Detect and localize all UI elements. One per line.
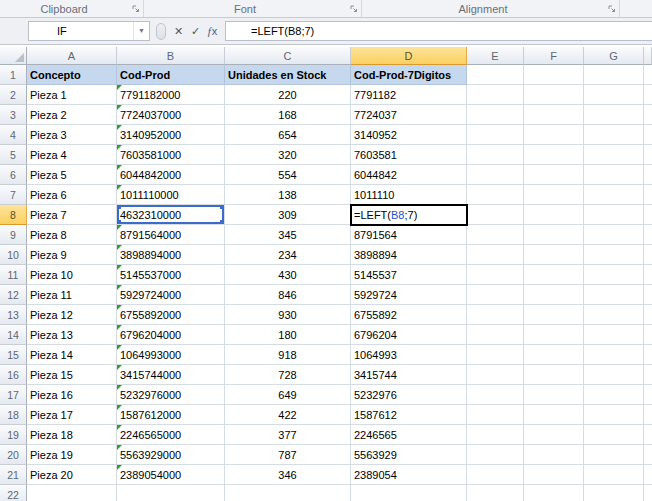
cell-A1[interactable]: Concepto: [27, 65, 117, 85]
cell-A12[interactable]: Pieza 11: [27, 285, 117, 305]
cell-A6[interactable]: Pieza 5: [27, 165, 117, 185]
cell-E5[interactable]: [467, 145, 524, 165]
row-header-2[interactable]: 2: [0, 85, 27, 105]
cell-E2[interactable]: [467, 85, 524, 105]
cell-G11[interactable]: [584, 265, 644, 285]
cell-B20[interactable]: 5563929000: [117, 445, 225, 465]
cell-G19[interactable]: [584, 425, 644, 445]
cell-G14[interactable]: [584, 325, 644, 345]
cell-B8[interactable]: 4632310000: [117, 205, 225, 225]
cell-F9[interactable]: [524, 225, 584, 245]
cell-D8[interactable]: =LEFT(B8;7): [351, 205, 467, 225]
cell-G1[interactable]: [584, 65, 644, 85]
cell-A17[interactable]: Pieza 16: [27, 385, 117, 405]
cell-D6[interactable]: 6044842: [351, 165, 467, 185]
cell-E11[interactable]: [467, 265, 524, 285]
cell-B2[interactable]: 7791182000: [117, 85, 225, 105]
reference-handle[interactable]: [118, 206, 121, 209]
cell-F18[interactable]: [524, 405, 584, 425]
cell-C3[interactable]: 168: [225, 105, 351, 125]
reference-handle[interactable]: [118, 220, 121, 223]
cell-D14[interactable]: 6796204: [351, 325, 467, 345]
cell-G21[interactable]: [584, 465, 644, 485]
cell-D4[interactable]: 3140952: [351, 125, 467, 145]
row-header-22[interactable]: 22: [0, 485, 27, 501]
cell-F7[interactable]: [524, 185, 584, 205]
cell-E22[interactable]: [467, 485, 524, 501]
cell-F4[interactable]: [524, 125, 584, 145]
column-header-G[interactable]: G: [584, 47, 644, 65]
cell-C12[interactable]: 846: [225, 285, 351, 305]
cell-E4[interactable]: [467, 125, 524, 145]
row-header-17[interactable]: 17: [0, 385, 27, 405]
cell-C19[interactable]: 377: [225, 425, 351, 445]
cell-E12[interactable]: [467, 285, 524, 305]
row-header-1[interactable]: 1: [0, 65, 27, 85]
cell-C6[interactable]: 554: [225, 165, 351, 185]
cell-E15[interactable]: [467, 345, 524, 365]
cell-C2[interactable]: 220: [225, 85, 351, 105]
cell-F20[interactable]: [524, 445, 584, 465]
cell-A5[interactable]: Pieza 4: [27, 145, 117, 165]
cell-C9[interactable]: 345: [225, 225, 351, 245]
cell-G18[interactable]: [584, 405, 644, 425]
cell-F5[interactable]: [524, 145, 584, 165]
cell-E14[interactable]: [467, 325, 524, 345]
cell-B11[interactable]: 5145537000: [117, 265, 225, 285]
cell-B19[interactable]: 2246565000: [117, 425, 225, 445]
select-all-corner[interactable]: [0, 47, 27, 65]
cell-E19[interactable]: [467, 425, 524, 445]
cell-B9[interactable]: 8791564000: [117, 225, 225, 245]
cell-D1[interactable]: Cod-Prod-7Digitos: [351, 65, 467, 85]
row-header-10[interactable]: 10: [0, 245, 27, 265]
cell-G3[interactable]: [584, 105, 644, 125]
cell-A13[interactable]: Pieza 12: [27, 305, 117, 325]
cell-E8[interactable]: [467, 205, 524, 225]
cell-C4[interactable]: 654: [225, 125, 351, 145]
cell-B21[interactable]: 2389054000: [117, 465, 225, 485]
row-header-12[interactable]: 12: [0, 285, 27, 305]
cell-C21[interactable]: 346: [225, 465, 351, 485]
cell-D20[interactable]: 5563929: [351, 445, 467, 465]
cell-G6[interactable]: [584, 165, 644, 185]
cell-B22[interactable]: [117, 485, 225, 501]
cell-F1[interactable]: [524, 65, 584, 85]
cell-A22[interactable]: [27, 485, 117, 501]
cell-D21[interactable]: 2389054: [351, 465, 467, 485]
row-header-7[interactable]: 7: [0, 185, 27, 205]
cell-F11[interactable]: [524, 265, 584, 285]
cell-C8[interactable]: 309: [225, 205, 351, 225]
cell-B17[interactable]: 5232976000: [117, 385, 225, 405]
cell-A8[interactable]: Pieza 7: [27, 205, 117, 225]
cell-D16[interactable]: 3415744: [351, 365, 467, 385]
cell-B13[interactable]: 6755892000: [117, 305, 225, 325]
cell-D15[interactable]: 1064993: [351, 345, 467, 365]
cell-A10[interactable]: Pieza 9: [27, 245, 117, 265]
cell-F12[interactable]: [524, 285, 584, 305]
cell-C7[interactable]: 138: [225, 185, 351, 205]
cell-B15[interactable]: 1064993000: [117, 345, 225, 365]
column-header-C[interactable]: C: [225, 47, 351, 65]
row-header-3[interactable]: 3: [0, 105, 27, 125]
cell-D17[interactable]: 5232976: [351, 385, 467, 405]
row-header-8[interactable]: 8: [0, 205, 27, 225]
row-header-4[interactable]: 4: [0, 125, 27, 145]
row-header-18[interactable]: 18: [0, 405, 27, 425]
cell-C17[interactable]: 649: [225, 385, 351, 405]
cell-F8[interactable]: [524, 205, 584, 225]
formula-input[interactable]: =LEFT(B8;7): [225, 21, 652, 41]
row-header-9[interactable]: 9: [0, 225, 27, 245]
cell-B10[interactable]: 3898894000: [117, 245, 225, 265]
cell-E7[interactable]: [467, 185, 524, 205]
reference-handle[interactable]: [220, 220, 223, 223]
cell-G22[interactable]: [584, 485, 644, 501]
cell-D7[interactable]: 1011110: [351, 185, 467, 205]
cell-A7[interactable]: Pieza 6: [27, 185, 117, 205]
cell-G8[interactable]: [584, 205, 644, 225]
row-header-20[interactable]: 20: [0, 445, 27, 465]
cell-F19[interactable]: [524, 425, 584, 445]
cell-F15[interactable]: [524, 345, 584, 365]
cell-D9[interactable]: 8791564: [351, 225, 467, 245]
enter-button[interactable]: ✓: [187, 18, 204, 44]
row-header-15[interactable]: 15: [0, 345, 27, 365]
